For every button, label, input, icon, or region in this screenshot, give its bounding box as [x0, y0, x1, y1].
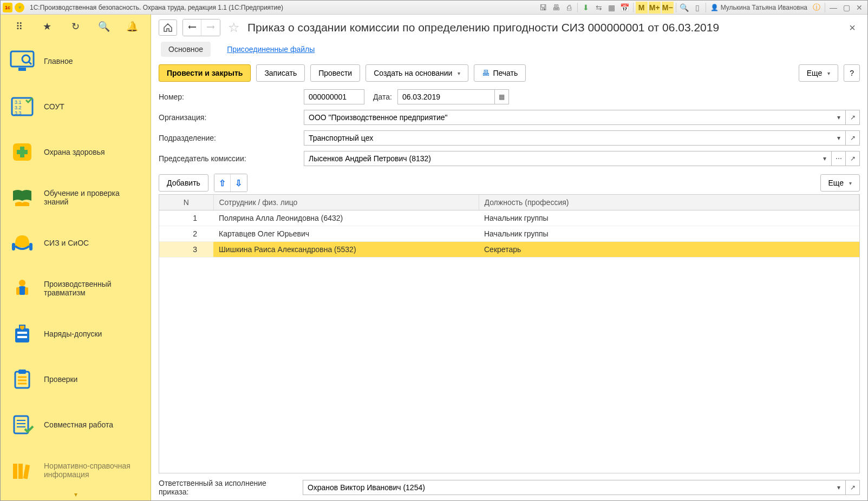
cell-position: Начальник группы — [479, 226, 859, 242]
responsible-label: Ответственный за исполнение приказа: — [159, 479, 298, 496]
chairman-input[interactable] — [304, 151, 818, 166]
open-ref-icon[interactable]: ↗ — [846, 480, 860, 495]
table-row[interactable]: 1 Полярина Алла Леонидовна (6432) Началь… — [159, 210, 859, 226]
forward-button[interactable]: 🠖 — [201, 19, 220, 36]
table-row[interactable]: 2 Картавцев Олег Юрьевич Начальник групп… — [159, 226, 859, 242]
more-button[interactable]: Еще — [799, 64, 839, 82]
responsible-input[interactable] — [303, 480, 832, 495]
svg-rect-17 — [25, 287, 28, 295]
minimize-icon[interactable]: — — [827, 2, 839, 14]
col-person[interactable]: Сотрудник / физ. лицо — [213, 195, 479, 210]
print-icon[interactable]: 🖶 — [550, 2, 562, 14]
sidebar-item-sout[interactable]: 3.13.23.3 СОУТ — [1, 84, 151, 129]
tab-attached-files[interactable]: Присоединенные файлы — [219, 42, 322, 57]
move-down-button[interactable]: ⇩ — [231, 174, 247, 192]
preview-icon[interactable]: ⎙ — [563, 2, 575, 14]
ellipsis-icon[interactable]: ⋯ — [832, 151, 846, 166]
book-icon — [9, 184, 35, 210]
save-file-icon[interactable]: 🖫 — [537, 2, 549, 14]
apps-icon[interactable]: ⠿ — [11, 19, 27, 34]
tab-main[interactable]: Основное — [161, 42, 211, 57]
calculator-icon[interactable]: ▦ — [606, 2, 618, 14]
monitor-icon — [9, 48, 35, 74]
doc-check-icon — [9, 412, 35, 438]
sidebar-expand-icon[interactable]: ▾ — [1, 489, 151, 500]
info-icon[interactable]: ⓘ — [811, 2, 823, 14]
sidebar-item-checks[interactable]: Проверки — [1, 357, 151, 402]
org-label: Организация: — [159, 113, 298, 122]
dropdown-icon[interactable]: ▾ — [832, 480, 846, 495]
panel-icon[interactable]: ▯ — [691, 2, 703, 14]
svg-rect-22 — [18, 370, 26, 374]
sidebar-item-training[interactable]: Обучение и проверка знаний — [1, 175, 151, 220]
app-menu-icon[interactable]: ▾ — [15, 3, 24, 12]
compare-icon[interactable]: ⇆ — [593, 2, 605, 14]
sidebar-item-label: СОУТ — [44, 102, 64, 111]
table-row[interactable]: 3 Шишкина Раиса Александровна (5532) Сек… — [159, 242, 859, 258]
calendar-icon[interactable]: 📅 — [619, 2, 631, 14]
user-icon: 👤 — [710, 4, 719, 11]
star-icon[interactable]: ★ — [40, 19, 55, 34]
cell-person: Шишкина Раиса Александровна (5532) — [213, 242, 479, 258]
create-based-on-button[interactable]: Создать на основании — [366, 64, 468, 82]
help-button[interactable]: ? — [844, 64, 860, 82]
calendar-picker-icon[interactable]: ▦ — [495, 89, 509, 104]
sidebar-item-main[interactable]: Главное — [1, 38, 151, 84]
history-icon[interactable]: ↻ — [68, 19, 83, 34]
close-tab-icon[interactable]: × — [845, 22, 860, 34]
print-button[interactable]: 🖶 Печать — [474, 64, 526, 82]
move-up-button[interactable]: ⇧ — [214, 174, 231, 192]
date-input[interactable] — [397, 89, 495, 104]
department-input[interactable] — [304, 130, 832, 146]
sidebar-item-health[interactable]: Охрана здоровья — [1, 129, 151, 175]
app-logo-icon: 1c — [3, 3, 12, 12]
bell-icon[interactable]: 🔔 — [125, 19, 140, 34]
close-window-icon[interactable]: ✕ — [853, 2, 865, 14]
sidebar-item-collab[interactable]: Совместная работа — [1, 402, 151, 447]
sidebar-item-permits[interactable]: Наряды-допуски — [1, 311, 151, 357]
cell-n: 2 — [159, 226, 213, 242]
maximize-icon[interactable]: ▢ — [840, 2, 852, 14]
arrow-down-green-icon[interactable]: ⬇ — [580, 2, 592, 14]
zoom-icon[interactable]: 🔍 — [678, 2, 690, 14]
home-button[interactable] — [159, 19, 177, 36]
svg-text:3.3: 3.3 — [15, 110, 22, 116]
number-input[interactable] — [304, 89, 364, 104]
sidebar-item-label: Нормативно-справочная информация — [44, 462, 136, 479]
sidebar-item-label: Проверки — [44, 375, 77, 384]
sidebar-item-reference[interactable]: Нормативно-справочная информация — [1, 447, 151, 489]
svg-rect-31 — [18, 464, 23, 479]
cell-position: Начальник группы — [479, 210, 859, 226]
permit-icon — [9, 321, 35, 347]
col-n[interactable]: N — [159, 195, 213, 210]
svg-rect-12 — [12, 243, 15, 250]
sidebar-item-injury[interactable]: Производственный травматизм — [1, 266, 151, 311]
add-row-button[interactable]: Добавить — [159, 174, 208, 192]
open-ref-icon[interactable]: ↗ — [846, 130, 860, 146]
post-button[interactable]: Провести — [310, 64, 360, 82]
dropdown-icon[interactable]: ▾ — [818, 151, 832, 166]
m-icon[interactable]: M — [636, 2, 648, 14]
sidebar-item-siz[interactable]: СИЗ и СиОС — [1, 220, 151, 266]
m-minus-icon[interactable]: M− — [662, 2, 674, 14]
number-label: Номер: — [159, 93, 298, 101]
books-icon — [9, 457, 35, 483]
organization-input[interactable] — [304, 110, 832, 125]
current-user[interactable]: 👤 Мулькина Татьяна Ивановна — [708, 4, 810, 11]
m-plus-icon[interactable]: M+ — [649, 2, 661, 14]
search-icon[interactable]: 🔍 — [96, 19, 112, 34]
svg-rect-19 — [17, 332, 27, 334]
dropdown-icon[interactable]: ▾ — [832, 130, 846, 146]
post-and-close-button[interactable]: Провести и закрыть — [159, 64, 251, 82]
back-button[interactable]: 🠔 — [183, 19, 201, 36]
dropdown-icon[interactable]: ▾ — [832, 110, 846, 125]
sidebar-item-label: Главное — [44, 57, 73, 65]
table-more-button[interactable]: Еще — [820, 174, 860, 192]
open-ref-icon[interactable]: ↗ — [846, 110, 860, 125]
open-ref-icon[interactable]: ↗ — [846, 151, 860, 166]
col-position[interactable]: Должность (профессия) — [479, 195, 859, 210]
svg-rect-15 — [19, 286, 25, 295]
sidebar-item-label: Наряды-допуски — [44, 329, 102, 338]
favorite-star-icon[interactable]: ☆ — [228, 20, 240, 35]
save-button[interactable]: Записать — [256, 64, 305, 82]
